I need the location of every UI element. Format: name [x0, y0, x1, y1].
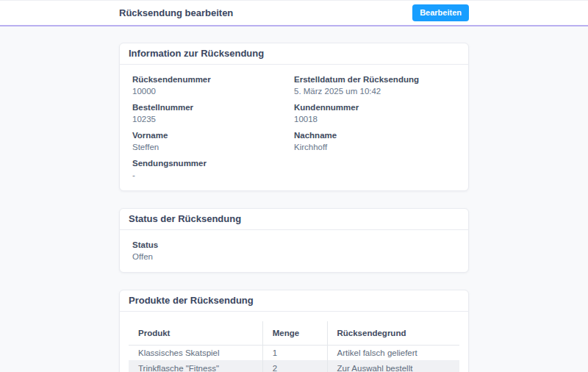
- field-label: Bestellnummer: [132, 103, 294, 112]
- field-value: Kirchhoff: [294, 143, 456, 152]
- field-status: Status Offen: [132, 240, 456, 262]
- field-label: Sendungsnummer: [132, 159, 294, 168]
- field-value: 5. März 2025 um 10:42: [294, 87, 456, 96]
- field-value: 10235: [132, 115, 294, 124]
- field-tracking-number: Sendungsnummer -: [132, 159, 294, 180]
- field-first-name: Vorname Steffen: [132, 131, 294, 152]
- return-products-card: Produkte der Rücksendung Produkt Menge R…: [119, 290, 469, 372]
- table-row: Klassisches Skatspiel 1 Artikel falsch g…: [129, 346, 459, 361]
- field-label: Status: [132, 240, 456, 250]
- cell-reason: Artikel falsch geliefert: [327, 346, 459, 361]
- field-label: Kundennummer: [294, 103, 456, 112]
- page-title: Rücksendung bearbeiten: [119, 7, 233, 18]
- card-header: Status der Rücksendung: [120, 209, 468, 230]
- return-status-card: Status der Rücksendung Status Offen: [119, 208, 469, 273]
- cell-reason: Zur Auswahl bestellt: [327, 361, 459, 372]
- card-header: Produkte der Rücksendung: [120, 290, 468, 312]
- column-header-reason: Rücksendegrund: [327, 321, 459, 346]
- return-info-fields: Rücksendenummer 10000 Erstelldatum der R…: [120, 65, 468, 190]
- table-header-row: Produkt Menge Rücksendegrund: [129, 321, 459, 346]
- field-created-date: Erstelldatum der Rücksendung 5. März 202…: [294, 75, 456, 96]
- return-info-card: Information zur Rücksendung Rücksendenum…: [119, 43, 469, 191]
- cell-product: Trinkflasche "Fitness": [129, 361, 262, 372]
- products-table: Produkt Menge Rücksendegrund Klassisches…: [129, 321, 459, 372]
- field-value: 10000: [132, 87, 294, 96]
- card-title: Produkte der Rücksendung: [129, 296, 459, 306]
- field-label: Nachname: [294, 131, 456, 140]
- cell-product: Klassisches Skatspiel: [129, 346, 262, 361]
- products-table-wrapper: Produkt Menge Rücksendegrund Klassisches…: [120, 312, 468, 372]
- card-header: Information zur Rücksendung: [120, 43, 468, 65]
- field-last-name: Nachname Kirchhoff: [294, 131, 456, 152]
- column-header-quantity: Menge: [262, 321, 327, 346]
- card-title: Information zur Rücksendung: [129, 49, 459, 59]
- field-value: 10018: [294, 115, 456, 124]
- return-status-body: Status Offen: [120, 230, 468, 272]
- field-label: Erstelldatum der Rücksendung: [294, 75, 456, 85]
- table-row: Trinkflasche "Fitness" 2 Zur Auswahl bes…: [129, 361, 459, 372]
- field-return-number: Rücksendenummer 10000: [132, 75, 294, 96]
- smart-bar: Rücksendung bearbeiten Bearbeiten: [0, 0, 588, 26]
- column-header-product: Produkt: [129, 321, 262, 346]
- field-customer-number: Kundennummer 10018: [294, 103, 456, 124]
- field-value: -: [132, 171, 294, 180]
- status-value: Offen: [132, 252, 456, 262]
- cell-quantity: 1: [262, 346, 327, 361]
- edit-button[interactable]: Bearbeiten: [412, 4, 469, 21]
- field-order-number: Bestellnummer 10235: [132, 103, 294, 124]
- field-label: Vorname: [132, 131, 294, 140]
- main-content: Information zur Rücksendung Rücksendenum…: [0, 26, 588, 372]
- field-value: Steffen: [132, 143, 294, 152]
- cell-quantity: 2: [262, 361, 327, 372]
- field-label: Rücksendenummer: [132, 75, 294, 85]
- card-title: Status der Rücksendung: [129, 214, 459, 224]
